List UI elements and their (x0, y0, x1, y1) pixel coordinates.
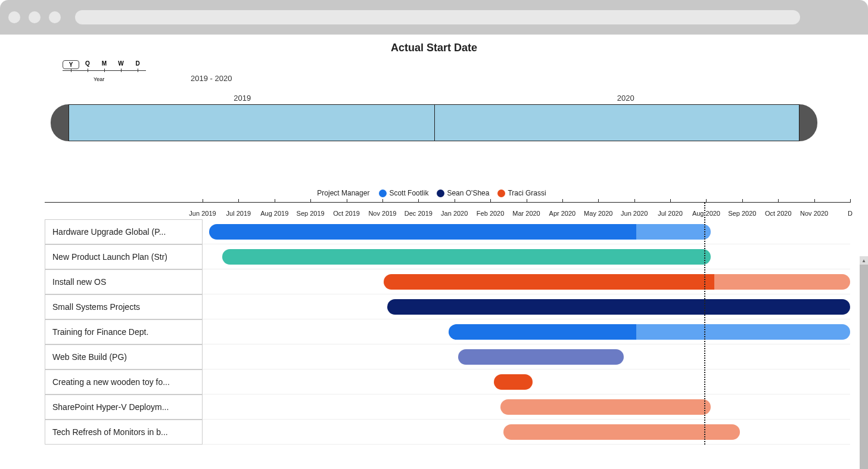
row-bars (203, 219, 850, 244)
axis-tick (562, 199, 563, 203)
axis-tick (814, 199, 815, 203)
date-range: 2019 - 2020 (191, 74, 868, 83)
row-bars (203, 420, 850, 445)
slider-handle-left[interactable] (51, 104, 69, 141)
slider-track[interactable] (69, 104, 799, 141)
legend-item[interactable]: Scott Footlik (379, 189, 428, 197)
axis-tick (598, 199, 599, 203)
page-title: Actual Start Date (0, 42, 868, 54)
gantt-bar[interactable] (636, 224, 711, 240)
gantt-row: SharePoint Hyper-V Deploym... (45, 395, 850, 420)
axis-tick (455, 199, 455, 203)
axis-tick (490, 199, 491, 203)
gantt-row: Small Systems Projects (45, 294, 850, 319)
axis-tick (310, 199, 311, 203)
vertical-scrollbar[interactable]: ▲ (860, 256, 868, 445)
axis-label: Jul 2019 (226, 210, 251, 217)
axis-tick (742, 199, 743, 203)
granularity-quarter[interactable]: Q (79, 60, 96, 67)
axis-label: Nov 2020 (800, 210, 828, 217)
gantt-row: Install new OS (45, 269, 850, 294)
today-line (704, 203, 705, 445)
content: Actual Start Date Y Q M W D Year 2019 - … (0, 35, 868, 445)
browser-chrome (0, 0, 868, 35)
gantt-row: Hardware Upgrade Global (P... (45, 219, 850, 244)
year-label-2019: 2019 (234, 94, 251, 103)
legend-swatch-icon (379, 190, 387, 197)
close-icon[interactable] (8, 11, 20, 23)
legend-label: Traci Grassi (508, 189, 546, 197)
axis-tick (418, 199, 419, 203)
granularity-year[interactable]: Y (63, 60, 79, 69)
axis-label: Sep 2019 (297, 210, 325, 217)
row-label[interactable]: New Product Launch Plan (Str) (45, 244, 203, 269)
maximize-icon[interactable] (49, 11, 61, 23)
axis-tick (706, 199, 707, 203)
axis-label: Sep 2020 (728, 210, 756, 217)
gantt-bar[interactable] (387, 299, 850, 315)
slider-year-divider (434, 105, 435, 141)
axis-label: Apr 2020 (549, 210, 576, 217)
year-label-2020: 2020 (617, 94, 634, 103)
gantt-bar[interactable] (222, 249, 711, 265)
axis-tick (850, 199, 851, 203)
axis-label: Feb 2020 (477, 210, 504, 217)
gantt-row: Training for Finance Dept. (45, 319, 850, 344)
axis-label: Jul 2020 (658, 210, 683, 217)
axis-label: Jan 2020 (441, 210, 468, 217)
row-bars (203, 244, 850, 269)
granularity-picker[interactable]: Y Q M W D (63, 60, 868, 69)
row-label[interactable]: Tech Refresh of Monitors in b... (45, 420, 203, 445)
axis-label: Mar 2020 (512, 210, 540, 217)
axis-label: Jun 2020 (621, 210, 648, 217)
gantt-bar[interactable] (714, 274, 850, 290)
row-label[interactable]: Small Systems Projects (45, 294, 203, 319)
row-bars (203, 344, 850, 369)
axis-tick (382, 199, 383, 203)
granularity-week[interactable]: W (113, 60, 129, 67)
slider-handle-right[interactable] (799, 104, 817, 141)
gantt-bar[interactable] (500, 399, 711, 415)
gantt-row: Creating a new wooden toy fo... (45, 369, 850, 395)
axis-tick (275, 199, 275, 203)
granularity-month[interactable]: M (96, 60, 113, 67)
row-bars (203, 269, 850, 294)
row-label[interactable]: SharePoint Hyper-V Deploym... (45, 395, 203, 420)
gantt-row: Web Site Build (PG) (45, 344, 850, 369)
legend-item[interactable]: Traci Grassi (497, 189, 546, 197)
axis-label: Jun 2019 (189, 210, 216, 217)
minimize-icon[interactable] (29, 11, 41, 23)
gantt-bar[interactable] (384, 274, 714, 290)
axis-label: Oct 2019 (333, 210, 360, 217)
row-label[interactable]: Creating a new wooden toy fo... (45, 369, 203, 395)
scroll-up-icon[interactable]: ▲ (860, 256, 868, 265)
row-bars (203, 294, 850, 319)
axis-label: Aug 2020 (692, 210, 720, 217)
granularity-day[interactable]: D (129, 60, 146, 67)
address-bar[interactable] (75, 10, 800, 24)
gantt-body: Hardware Upgrade Global (P...New Product… (45, 219, 850, 445)
axis-tick (238, 199, 239, 203)
legend-swatch-icon (437, 190, 444, 197)
axis-label: Oct 2020 (765, 210, 792, 217)
gantt-row: New Product Launch Plan (Str) (45, 244, 850, 269)
axis-label: D (848, 210, 853, 217)
row-label[interactable]: Hardware Upgrade Global (P... (45, 219, 203, 244)
row-label[interactable]: Training for Finance Dept. (45, 319, 203, 344)
legend-item[interactable]: Sean O'Shea (437, 189, 489, 197)
gantt-bar[interactable] (449, 324, 636, 340)
gantt-bar[interactable] (636, 324, 850, 340)
row-bars (203, 395, 850, 420)
year-slider[interactable] (51, 104, 817, 141)
gantt-chart: Jun 2019Jul 2019Aug 2019Sep 2019Oct 2019… (45, 202, 850, 445)
gantt-bar[interactable] (458, 349, 623, 365)
row-label[interactable]: Install new OS (45, 269, 203, 294)
axis-tick (634, 199, 635, 203)
scrollbar-thumb[interactable] (860, 265, 868, 469)
axis-tick (778, 199, 779, 203)
axis-label: Nov 2019 (368, 210, 396, 217)
row-label[interactable]: Web Site Build (PG) (45, 344, 203, 369)
gantt-bar[interactable] (209, 224, 636, 240)
gantt-row: Tech Refresh of Monitors in b... (45, 420, 850, 445)
gantt-bar[interactable] (494, 374, 533, 390)
